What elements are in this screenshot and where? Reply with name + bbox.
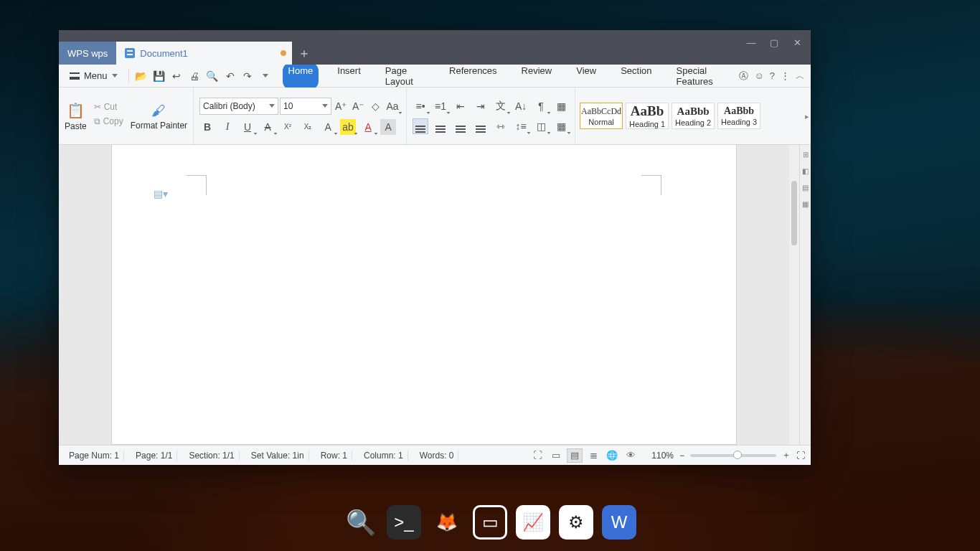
text-direction-button[interactable]: 文 <box>493 98 509 114</box>
format-painter-button[interactable]: 🖌 Format Painter <box>131 100 187 131</box>
paragraph-spacing-button[interactable]: ¶ <box>533 98 549 114</box>
tab-app[interactable]: WPS wps <box>59 42 116 65</box>
help-icon[interactable]: ? <box>770 70 775 81</box>
ribbon-tab-home[interactable]: Home <box>283 62 319 90</box>
vertical-scrollbar[interactable] <box>789 145 799 445</box>
view-fullscreen-icon[interactable]: ⛶ <box>529 448 545 463</box>
zoom-out-button[interactable]: − <box>679 451 684 461</box>
align-center-button[interactable] <box>433 118 448 134</box>
tab-new[interactable]: ＋ <box>292 42 316 65</box>
side-tool-icon[interactable]: ▤ <box>802 184 809 192</box>
ribbon-tab-section[interactable]: Section <box>615 62 657 90</box>
window-maximize-button[interactable]: ▢ <box>763 33 785 52</box>
align-right-button[interactable] <box>453 118 468 134</box>
shading-fill-button[interactable]: ◫ <box>533 118 549 134</box>
text-effects-button[interactable]: A <box>320 119 336 135</box>
scroll-thumb[interactable] <box>791 181 797 245</box>
ribbon-tab-insert[interactable]: Insert <box>331 62 367 90</box>
italic-button[interactable]: I <box>220 119 235 135</box>
font-name-combo[interactable]: Calibri (Body) <box>199 98 278 115</box>
status-page-num[interactable]: Page Num: 1 <box>65 451 124 461</box>
dock-search[interactable]: 🔍 <box>344 505 378 540</box>
char-panel-icon[interactable]: Ⓐ <box>739 70 748 83</box>
highlight-button[interactable]: ab <box>340 119 356 135</box>
export-icon[interactable]: ↩︎ <box>170 69 184 83</box>
dock-firefox[interactable]: 🦊 <box>430 505 464 540</box>
style-heading2[interactable]: AaBbb Heading 2 <box>672 103 715 129</box>
numbering-button[interactable]: ≡1 <box>433 98 448 114</box>
style-heading3[interactable]: AaBbb Heading 3 <box>717 103 760 129</box>
zoom-slider[interactable] <box>690 454 776 457</box>
style-normal[interactable]: AaBbCcDd Normal <box>580 103 623 129</box>
print-preview-icon[interactable]: 🔍 <box>206 69 220 83</box>
zoom-in-button[interactable]: ＋ <box>782 449 791 461</box>
ribbon-tab-page-layout[interactable]: Page Layout <box>380 62 430 90</box>
ribbon-tab-view[interactable]: View <box>570 62 602 90</box>
paste-button[interactable]: 📋 Paste <box>65 100 87 131</box>
ribbon-tab-special[interactable]: Special Features <box>671 62 735 90</box>
subscript-button[interactable]: X₂ <box>300 119 316 135</box>
style-heading1[interactable]: AaBb Heading 1 <box>626 103 669 129</box>
status-section[interactable]: Section: 1/1 <box>184 451 239 461</box>
status-words[interactable]: Words: 0 <box>415 451 459 461</box>
superscript-button[interactable]: X² <box>280 119 296 135</box>
dock-monitor[interactable]: 📈 <box>516 505 550 540</box>
status-page[interactable]: Page: 1/1 <box>131 451 177 461</box>
border-button[interactable]: ▦ <box>553 118 569 134</box>
change-case-icon[interactable]: Aa <box>385 98 400 114</box>
dock-files[interactable]: ▭ <box>473 505 507 540</box>
kebab-icon[interactable]: ⋮ <box>781 70 790 81</box>
dock-terminal[interactable]: >_ <box>387 505 421 540</box>
ribbon-tab-references[interactable]: References <box>443 62 502 90</box>
redo-icon[interactable]: ↷ <box>241 69 255 83</box>
style-gallery-more-icon[interactable]: ▸ <box>805 111 809 121</box>
open-icon[interactable]: 📂 <box>134 69 148 83</box>
increase-indent-button[interactable]: ⇥ <box>473 98 489 114</box>
document-page[interactable]: ▤▾ <box>111 145 737 445</box>
shrink-font-icon[interactable]: A⁻ <box>350 98 366 114</box>
copy-button[interactable]: ⧉ Copy <box>91 115 126 128</box>
feedback-icon[interactable]: ☺ <box>754 70 763 81</box>
save-icon[interactable]: 💾 <box>152 69 166 83</box>
borders-top-button[interactable]: ▦ <box>553 98 569 114</box>
view-eye-icon[interactable]: 👁 <box>623 448 639 463</box>
bullets-button[interactable]: ≡• <box>413 98 428 114</box>
side-tool-icon[interactable]: ▦ <box>802 200 809 208</box>
zoom-slider-knob[interactable] <box>733 451 742 459</box>
font-size-combo[interactable]: 10 <box>280 98 331 115</box>
align-left-button[interactable] <box>413 118 428 134</box>
dock-wps[interactable]: W <box>602 505 636 540</box>
status-set-value[interactable]: Set Value: 1in <box>247 451 309 461</box>
document-outline-icon[interactable]: ▤▾ <box>154 188 168 199</box>
font-color-button[interactable]: A <box>360 119 376 135</box>
zoom-value[interactable]: 110% <box>651 451 674 461</box>
print-icon[interactable]: 🖨 <box>188 69 202 83</box>
dock-settings[interactable]: ⚙ <box>559 505 593 540</box>
line-spacing-button[interactable]: ↕≡ <box>513 118 529 134</box>
shading-button[interactable]: A <box>380 119 396 135</box>
bold-button[interactable]: B <box>199 119 215 135</box>
side-tool-icon[interactable]: ◧ <box>802 167 809 175</box>
window-close-button[interactable]: ✕ <box>786 33 808 52</box>
cut-button[interactable]: ✂ Cut <box>91 100 126 113</box>
clear-format-icon[interactable]: ◇ <box>367 98 383 114</box>
fit-screen-icon[interactable]: ⛶ <box>796 451 805 461</box>
more-chevron-icon[interactable] <box>259 69 273 83</box>
status-column[interactable]: Column: 1 <box>359 451 408 461</box>
status-row[interactable]: Row: 1 <box>316 451 352 461</box>
view-print-layout-icon[interactable]: ▤ <box>567 448 583 463</box>
side-tool-icon[interactable]: ⊞ <box>803 151 809 159</box>
view-web-icon[interactable]: 🌐 <box>604 448 620 463</box>
ribbon-tab-review[interactable]: Review <box>516 62 558 90</box>
view-outline-icon[interactable]: ≣ <box>585 448 601 463</box>
grow-font-icon[interactable]: A⁺ <box>333 98 349 114</box>
underline-button[interactable]: U <box>240 119 255 135</box>
undo-icon[interactable]: ↶ <box>223 69 237 83</box>
window-minimize-button[interactable]: — <box>740 33 762 52</box>
strikethrough-button[interactable]: A <box>260 119 275 135</box>
view-read-icon[interactable]: ▭ <box>548 448 564 463</box>
menu-button[interactable]: Menu <box>65 68 123 83</box>
tab-document[interactable]: Document1 <box>116 42 292 65</box>
collapse-ribbon-icon[interactable]: ︿ <box>796 70 805 83</box>
align-justify-button[interactable] <box>473 118 489 134</box>
